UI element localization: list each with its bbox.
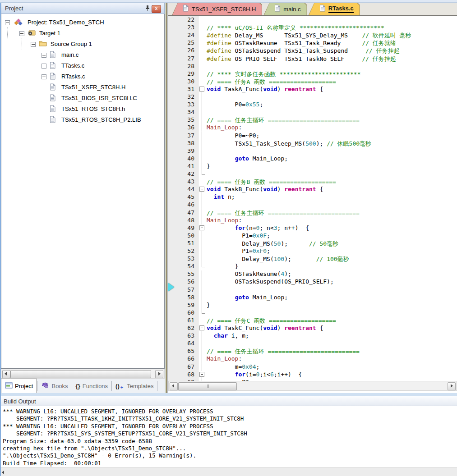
code-line-30[interactable]: 30// ==== 任务A 函数 =================== xyxy=(168,78,457,86)
tree-item-source-group-1[interactable]: Source Group 1 xyxy=(1,39,164,49)
scroll-left-arrow[interactable] xyxy=(2,471,4,474)
code-line-66[interactable]: 66Main_Loop: xyxy=(168,355,457,363)
code-line-63[interactable]: 63 char i, m; xyxy=(168,332,457,340)
tree-expander-icon[interactable] xyxy=(5,20,10,25)
code-line-67[interactable]: 67 m=0x04; xyxy=(168,363,457,371)
project-tree[interactable]: Project: TSx51_Demo_STCHTarget 1Source G… xyxy=(1,14,165,369)
project-tab-icon xyxy=(5,382,13,390)
code-line-34[interactable]: 34 xyxy=(168,109,457,116)
code-line-60[interactable]: 60 xyxy=(168,309,457,317)
code-token: OSTaskResume TSx51_Task_Ready xyxy=(231,40,362,46)
editor-tab-tsx51-xsfr-stc8h-h[interactable]: TSx51_XSFR_STC8H.H xyxy=(172,3,262,15)
editor-tabbar: TSx51_XSFR_STC8H.Hmain.cRTasks.c xyxy=(168,3,457,16)
project-hscrollbar[interactable] xyxy=(1,369,165,379)
code-line-27[interactable]: 27#define OS_PRIO_SELF TSx51_TaskNo_SELF… xyxy=(168,55,457,63)
scroll-left-arrow[interactable] xyxy=(170,382,178,390)
code-line-62[interactable]: 62void TaskC_Func(void) reentrant { xyxy=(168,325,457,332)
scroll-left-arrow[interactable] xyxy=(2,370,10,378)
code-editor[interactable]: 2223// **** uC/OS-II 名称重定义 *************… xyxy=(168,16,457,381)
code-line-56[interactable]: 56 OSTaskSuspend(OS_PRIO_SELF); xyxy=(168,278,457,286)
tree-item-tsx51-xsfr-stc8h-h[interactable]: TSx51_XSFR_STC8H.H xyxy=(1,82,164,92)
fold-toggle-icon[interactable] xyxy=(198,325,206,332)
code-line-38[interactable]: 38 TSx51_Task_Sleep_MS(500); // 休眠500毫秒 xyxy=(168,140,457,147)
panel-tab-project[interactable]: Project xyxy=(1,379,37,393)
fold-toggle-icon[interactable] xyxy=(198,186,206,193)
build-output-hscrollbar[interactable] xyxy=(0,467,457,476)
panel-tab-functions[interactable]: {}Functions xyxy=(72,379,112,393)
panel-tab-templates[interactable]: ()+Templates xyxy=(112,379,157,393)
code-line-28[interactable]: 28 xyxy=(168,63,457,70)
code-token: } xyxy=(207,263,238,270)
code-line-29[interactable]: 29// **** 实时多任务函数 **********************… xyxy=(168,70,457,78)
scroll-thumb[interactable] xyxy=(10,370,151,378)
tree-connector-line xyxy=(44,49,44,137)
code-line-35[interactable]: 35// ==== 任务主循环 ========================… xyxy=(168,116,457,124)
code-line-57[interactable]: 57 xyxy=(168,286,457,294)
tree-expander-icon[interactable] xyxy=(19,31,24,36)
tree-expander-icon[interactable] xyxy=(31,42,36,47)
code-line-31[interactable]: 31void TaskA_Func(void) reentrant { xyxy=(168,86,457,93)
build-output-log[interactable]: *** WARNING L16: UNCALLED SEGMENT, IGNOR… xyxy=(0,406,457,467)
code-line-26[interactable]: 26#define OSTaskSuspend TSx51_Task_Suspe… xyxy=(168,47,457,55)
close-icon[interactable]: x xyxy=(152,5,161,13)
editor-hscrollbar[interactable] xyxy=(168,381,457,391)
code-text: // ==== 任务A 函数 =================== xyxy=(207,78,336,86)
code-line-22[interactable]: 22 xyxy=(168,16,457,24)
code-line-47[interactable]: 47// ==== 任务主循环 ========================… xyxy=(168,209,457,217)
code-line-24[interactable]: 24#define Delay_MS TSx51_SYS_Delay_MS //… xyxy=(168,32,457,39)
code-line-64[interactable]: 64 xyxy=(168,340,457,348)
tree-item-project-tsx51-demo-stch[interactable]: Project: TSx51_Demo_STCH xyxy=(1,18,164,27)
code-line-53[interactable]: 53 Delay_MS(100); // 100毫秒 xyxy=(168,255,457,263)
fold-toggle-icon[interactable] xyxy=(198,224,206,232)
code-line-52[interactable]: 52 P1=0xF0; xyxy=(168,247,457,255)
code-line-59[interactable]: 59} xyxy=(168,302,457,309)
code-line-65[interactable]: 65// ==== 任务主循环 ========================… xyxy=(168,348,457,355)
code-line-37[interactable]: 37 P0=~P0; xyxy=(168,132,457,140)
code-line-39[interactable]: 39 xyxy=(168,147,457,155)
fold-line xyxy=(198,355,206,363)
tab-divider xyxy=(157,381,157,391)
code-line-25[interactable]: 25#define OSTaskResume TSx51_Task_Ready … xyxy=(168,39,457,47)
code-line-45[interactable]: 45 int n; xyxy=(168,193,457,201)
scroll-right-arrow[interactable] xyxy=(155,370,163,378)
fold-toggle-icon[interactable] xyxy=(198,371,206,379)
code-line-42[interactable]: 42 xyxy=(168,170,457,178)
tree-item-main-c[interactable]: main.c xyxy=(1,50,164,60)
code-line-58[interactable]: 58 goto Main_Loop; xyxy=(168,294,457,302)
code-line-48[interactable]: 48Main_Loop: xyxy=(168,217,457,224)
tree-item-ttasks-c[interactable]: TTasks.c xyxy=(1,61,164,71)
code-line-43[interactable]: 43// ==== 任务B 函数 =================== xyxy=(168,178,457,186)
editor-tab-rtasks-c[interactable]: RTasks.c xyxy=(309,3,360,15)
editor-tab-main-c[interactable]: main.c xyxy=(263,3,307,15)
pin-icon[interactable] xyxy=(144,5,151,12)
line-number: 37 xyxy=(168,132,194,139)
tree-item-tsx51-bios-isr-stc8h-c[interactable]: TSx51_BIOS_ISR_STC8H.C xyxy=(1,93,164,103)
line-number: 55 xyxy=(168,270,194,277)
code-line-68[interactable]: 68 for(i=0;i<6;i++) { xyxy=(168,371,457,379)
code-line-49[interactable]: 49 for(n=0; n<3; n++) { xyxy=(168,224,457,232)
panel-tab-books[interactable]: ?Books xyxy=(37,379,71,393)
code-line-36[interactable]: 36Main_Loop: xyxy=(168,124,457,132)
tree-item-rtasks-c[interactable]: RTasks.c xyxy=(1,72,164,82)
tree-item-tsx51-rtos-stc8h-p2-lib[interactable]: TSx51_RTOS_STC8H_P2.LIB xyxy=(1,115,164,125)
code-line-32[interactable]: 32 xyxy=(168,93,457,101)
tree-item-target-1[interactable]: Target 1 xyxy=(1,28,164,38)
code-line-50[interactable]: 50 P1=0x0F; xyxy=(168,232,457,240)
tree-item-tsx51-rtos-stc8h-h[interactable]: TSx51_RTOS_STC8H.h xyxy=(1,104,164,114)
code-line-61[interactable]: 61// ==== 任务C 函数 =================== xyxy=(168,317,457,325)
code-line-33[interactable]: 33 P0=0x55; xyxy=(168,101,457,109)
line-number: 31 xyxy=(168,86,194,92)
scroll-right-arrow[interactable] xyxy=(448,382,456,390)
scroll-thumb[interactable] xyxy=(178,382,237,390)
code-line-55[interactable]: 55 OSTaskResume(4); xyxy=(168,270,457,278)
code-line-46[interactable]: 46 xyxy=(168,201,457,209)
panel-splitter[interactable] xyxy=(165,3,168,393)
code-line-44[interactable]: 44void TaskB_Func(void) reentrant { xyxy=(168,186,457,193)
code-line-51[interactable]: 51 Delay_MS(50); // 50毫秒 xyxy=(168,240,457,247)
code-token: Main_Loop xyxy=(207,355,238,362)
code-line-41[interactable]: 41} xyxy=(168,163,457,170)
fold-toggle-icon[interactable] xyxy=(198,86,206,93)
code-line-54[interactable]: 54 } xyxy=(168,263,457,270)
code-line-23[interactable]: 23// **** uC/OS-II 名称重定义 ***************… xyxy=(168,24,457,32)
code-line-40[interactable]: 40 goto Main_Loop; xyxy=(168,155,457,163)
